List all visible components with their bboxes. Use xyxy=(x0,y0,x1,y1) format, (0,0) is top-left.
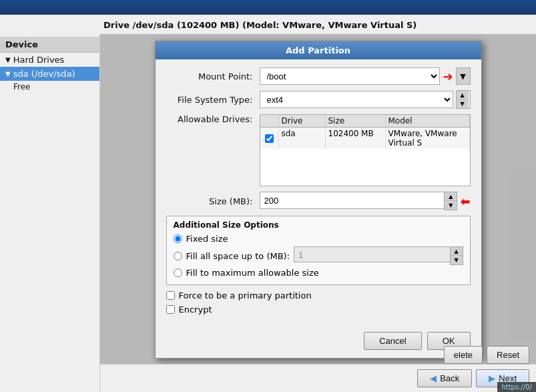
mount-point-label: Mount Point: xyxy=(166,71,260,81)
main-content: Add Partition Mount Point: /boot ➔ ▼ xyxy=(100,34,536,392)
chevron-down-icon: ▼ xyxy=(5,56,11,63)
chevron-down-icon: ▼ xyxy=(5,70,11,77)
fill-all-input[interactable] xyxy=(294,246,449,262)
reset-button[interactable]: Reset xyxy=(487,346,529,364)
fill-max-radio[interactable] xyxy=(174,268,182,277)
delete-label: elete xyxy=(454,350,473,360)
fill-all-radio[interactable] xyxy=(174,252,182,260)
allowable-drives-row: Allowable Drives: Drive Size Model xyxy=(166,114,471,186)
size-row: Size (MB): ▲ ▼ ⬅ xyxy=(166,192,471,210)
top-bar xyxy=(0,0,536,15)
drives-col-drive: Drive xyxy=(279,115,326,127)
sidebar-item-free[interactable]: Free xyxy=(0,81,99,93)
drive-size-cell: 102400 MB xyxy=(326,128,386,149)
mount-point-select[interactable]: /boot xyxy=(260,67,441,85)
sidebar-device-header: Device xyxy=(0,37,99,53)
force-primary-row: Force to be a primary partition xyxy=(166,290,471,301)
size-down-btn[interactable]: ▼ xyxy=(445,201,457,210)
fill-all-label: Fill all space up to (MB): xyxy=(186,251,290,261)
encrypt-label: Encrypt xyxy=(179,305,212,315)
fill-max-label: Fill to maximum allowable size xyxy=(186,268,319,278)
fs-type-select[interactable]: ext4 xyxy=(260,91,453,108)
additional-size-options: Additional Size Options Fixed size Fill … xyxy=(166,216,471,285)
main-area: Drive /dev/sda (102400 MB) (Model: VMwar… xyxy=(0,15,536,392)
fixed-size-label: Fixed size xyxy=(186,234,228,244)
sidebar-item-hard-drives[interactable]: ▼ Hard Drives xyxy=(0,53,99,67)
drives-col-check xyxy=(260,115,279,127)
cancel-button[interactable]: Cancel xyxy=(364,332,421,350)
mount-point-dropdown-btn[interactable]: ▼ xyxy=(456,67,471,85)
url-bar: https://0/ xyxy=(497,382,536,392)
encrypt-row: Encrypt xyxy=(166,305,471,315)
drives-table: Drive Size Model sda 102400 MB xyxy=(260,114,471,186)
size-input[interactable] xyxy=(260,192,445,209)
bottom-bar: ◀ Back ▶ Next xyxy=(100,364,536,392)
size-spinbox-wrap: ▲ ▼ xyxy=(260,192,458,210)
fs-type-row: File System Type: ext4 ▲ ▼ xyxy=(166,90,471,109)
sidebar: Device ▼ Hard Drives ▼ sda (/dev/sda) Fr… xyxy=(0,34,100,392)
drives-col-size: Size xyxy=(326,115,386,127)
drive-header: Drive /dev/sda (102400 MB) (Model: VMwar… xyxy=(0,15,536,34)
action-buttons: elete Reset xyxy=(444,346,529,364)
fill-all-input-wrap: ▲ ▼ xyxy=(294,246,463,265)
add-partition-dialog: Add Partition Mount Point: /boot ➔ ▼ xyxy=(155,41,482,359)
size-up-btn[interactable]: ▲ xyxy=(445,192,457,201)
sidebar-item-sda[interactable]: ▼ sda (/dev/sda) xyxy=(0,67,99,81)
dialog-title: Add Partition xyxy=(156,41,481,59)
drives-table-header: Drive Size Model xyxy=(260,115,470,128)
force-primary-checkbox[interactable] xyxy=(166,291,175,300)
encrypt-checkbox[interactable] xyxy=(166,305,175,314)
table-row: sda 102400 MB VMware, VMware Virtual S xyxy=(260,128,470,149)
back-label: Back xyxy=(440,373,459,383)
fs-type-spinbox[interactable]: ▲ ▼ xyxy=(456,90,471,109)
drives-table-empty xyxy=(260,149,470,186)
next-icon: ▶ xyxy=(489,373,495,383)
drive-checkbox[interactable] xyxy=(265,134,274,143)
size-control: ▲ ▼ ⬅ xyxy=(260,192,471,210)
fixed-size-radio[interactable] xyxy=(174,234,182,243)
fixed-size-row: Fixed size xyxy=(174,234,463,244)
allowable-drives-label: Allowable Drives: xyxy=(166,114,260,124)
fs-type-label: File System Type: xyxy=(166,95,260,105)
drive-model-cell: VMware, VMware Virtual S xyxy=(386,128,470,149)
fill-all-row: Fill all space up to (MB): ▲ ▼ xyxy=(174,246,463,265)
drives-col-model: Model xyxy=(386,115,470,127)
reset-label: Reset xyxy=(497,350,519,360)
fill-all-spinbox: ▲ ▼ xyxy=(450,246,463,265)
fill-all-up-btn[interactable]: ▲ xyxy=(451,247,463,256)
fill-all-down-btn[interactable]: ▼ xyxy=(451,256,463,264)
force-primary-label: Force to be a primary partition xyxy=(179,290,312,301)
drive-checkbox-cell[interactable] xyxy=(260,128,279,149)
dialog-overlay: Add Partition Mount Point: /boot ➔ ▼ xyxy=(100,34,536,392)
fs-type-down-btn[interactable]: ▼ xyxy=(457,100,469,108)
fill-max-row: Fill to maximum allowable size xyxy=(174,268,463,278)
dialog-body: Mount Point: /boot ➔ ▼ File Syst xyxy=(156,59,481,327)
size-label: Size (MB): xyxy=(166,196,260,206)
back-icon: ◀ xyxy=(430,373,437,383)
mount-point-control: /boot ➔ ▼ xyxy=(260,67,471,85)
mount-point-row: Mount Point: /boot ➔ ▼ xyxy=(166,67,471,85)
delete-button[interactable]: elete xyxy=(444,346,483,364)
size-options-title: Additional Size Options xyxy=(174,220,463,230)
size-spinbox-btns: ▲ ▼ xyxy=(444,192,457,210)
fs-type-up-btn[interactable]: ▲ xyxy=(457,91,469,100)
fs-type-control: ext4 ▲ ▼ xyxy=(260,90,471,109)
size-arrow: ⬅ xyxy=(460,194,470,208)
back-button[interactable]: ◀ Back xyxy=(417,369,472,387)
drive-name-cell: sda xyxy=(279,128,326,149)
dialog-footer: Cancel OK xyxy=(156,327,481,358)
mount-point-arrow: ➔ xyxy=(443,69,453,83)
